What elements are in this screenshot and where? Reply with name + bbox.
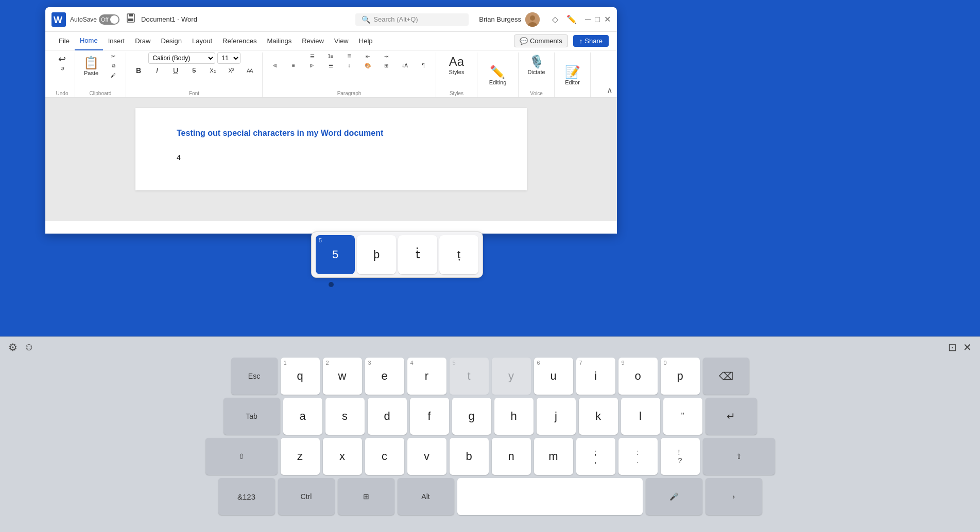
save-button[interactable]	[126, 13, 136, 26]
key-b[interactable]: b	[450, 438, 489, 475]
key-h[interactable]: h	[494, 398, 534, 435]
key-quote[interactable]: "	[663, 398, 702, 435]
undo-button[interactable]: ↩ ↺	[54, 52, 71, 73]
key-q[interactable]: 1q	[281, 358, 320, 395]
keyboard-resize-icon[interactable]: ⊡	[948, 341, 957, 353]
document-area[interactable]: Testing out special characters in my Wor…	[45, 98, 617, 221]
borders-button[interactable]: ⊞	[378, 62, 394, 69]
key-symbols[interactable]: &123	[218, 478, 275, 515]
menu-view[interactable]: View	[329, 32, 354, 50]
key-enter[interactable]: ↵	[706, 398, 757, 435]
line-spacing-button[interactable]: ↕	[341, 62, 357, 69]
menu-design[interactable]: Design	[156, 32, 187, 50]
menu-insert[interactable]: Insert	[103, 32, 130, 50]
key-v[interactable]: v	[407, 438, 446, 475]
key-p[interactable]: 0p	[661, 358, 700, 395]
decrease-indent-button[interactable]: ⇤	[359, 52, 376, 60]
underline-button[interactable]: U	[167, 65, 184, 76]
key-t[interactable]: 5t	[450, 358, 489, 395]
key-semicolon[interactable]: ;,	[576, 438, 615, 475]
key-u[interactable]: 6u	[534, 358, 573, 395]
key-arrow-right[interactable]: ›	[706, 478, 762, 515]
key-j[interactable]: j	[537, 398, 576, 435]
search-bar[interactable]: 🔍 Search (Alt+Q)	[355, 13, 469, 26]
editing-button[interactable]: ✏️ Editing	[485, 63, 511, 87]
justify-button[interactable]: ☰	[322, 62, 339, 69]
sort-button[interactable]: ↕A	[397, 62, 413, 69]
bold-button[interactable]: B	[130, 65, 147, 76]
popup-key-5[interactable]: 5 5	[316, 235, 355, 274]
key-e[interactable]: 3e	[365, 358, 404, 395]
keyboard-emoji-icon[interactable]: ☺	[24, 341, 34, 353]
multilevel-button[interactable]: ≣	[341, 52, 357, 60]
strikethrough-button[interactable]: S̶	[186, 66, 202, 75]
bullets-button[interactable]: ☰	[304, 52, 320, 60]
pen-icon[interactable]: ✏️	[566, 14, 577, 24]
key-c[interactable]: c	[365, 438, 404, 475]
key-esc[interactable]: Esc	[231, 358, 278, 395]
align-left-button[interactable]: ⫷	[267, 62, 283, 69]
autosave-toggle[interactable]: Off	[99, 14, 119, 25]
ribbon-collapse-button[interactable]: ∧	[607, 85, 613, 95]
cut-button[interactable]: ✂	[105, 52, 122, 60]
menu-mailings[interactable]: Mailings	[262, 32, 297, 50]
shading-button[interactable]: 🎨	[359, 62, 376, 69]
paste-button[interactable]: 📋 Paste	[79, 54, 103, 78]
key-o[interactable]: 9o	[618, 358, 658, 395]
key-backspace[interactable]: ⌫	[703, 358, 749, 395]
share-button[interactable]: ↑ Share	[573, 35, 609, 47]
popup-key-tcedilla[interactable]: ț	[439, 235, 478, 274]
format-painter-button[interactable]: 🖌	[105, 72, 122, 79]
key-space[interactable]	[457, 478, 643, 515]
popup-key-tdot[interactable]: ṫ	[398, 235, 437, 274]
key-l[interactable]: l	[621, 398, 660, 435]
italic-button[interactable]: I	[149, 65, 165, 76]
key-n[interactable]: n	[492, 438, 531, 475]
key-x[interactable]: x	[323, 438, 362, 475]
diamond-icon[interactable]: ◇	[552, 14, 558, 24]
key-tab[interactable]: Tab	[223, 398, 280, 435]
superscript-button[interactable]: X²	[223, 66, 239, 75]
dictate-button[interactable]: 🎙️ Dictate	[523, 52, 549, 77]
key-windows[interactable]: ⊞	[338, 478, 394, 515]
keyboard-settings-icon[interactable]: ⚙	[8, 341, 18, 353]
key-alt[interactable]: Alt	[398, 478, 454, 515]
menu-draw[interactable]: Draw	[130, 32, 156, 50]
popup-key-thorn[interactable]: þ	[357, 235, 396, 274]
font-size-select[interactable]: 11	[217, 52, 240, 64]
key-period[interactable]: :.	[618, 438, 658, 475]
comments-button[interactable]: 💬 Comments	[514, 34, 568, 47]
key-f[interactable]: f	[410, 398, 449, 435]
menu-file[interactable]: File	[54, 32, 75, 50]
editor-button[interactable]: 📝 Editor	[561, 63, 584, 87]
key-a[interactable]: a	[283, 398, 322, 435]
key-shift-left[interactable]: ⇧	[205, 438, 278, 475]
key-microphone[interactable]: 🎤	[646, 478, 702, 515]
subscript-button[interactable]: X₂	[204, 66, 221, 75]
menu-references[interactable]: References	[217, 32, 262, 50]
menu-help[interactable]: Help	[354, 32, 378, 50]
minimize-button[interactable]: ─	[585, 15, 591, 24]
align-right-button[interactable]: ⫸	[304, 62, 320, 69]
font-select[interactable]: Calibri (Body)	[148, 52, 215, 64]
key-exclaim[interactable]: !?	[661, 438, 700, 475]
pilcrow-button[interactable]: ¶	[415, 62, 432, 69]
numbering-button[interactable]: 1≡	[322, 52, 339, 60]
key-z[interactable]: z	[281, 438, 320, 475]
clear-format-button[interactable]: Ꜳ	[242, 67, 258, 75]
key-shift-right[interactable]: ⇧	[703, 438, 775, 475]
key-s[interactable]: s	[325, 398, 365, 435]
key-y[interactable]: y	[492, 358, 531, 395]
menu-review[interactable]: Review	[297, 32, 329, 50]
menu-home[interactable]: Home	[75, 32, 103, 50]
maximize-button[interactable]: □	[595, 15, 600, 24]
menu-layout[interactable]: Layout	[187, 32, 217, 50]
copy-button[interactable]: ⧉	[105, 62, 122, 70]
key-i[interactable]: 7i	[576, 358, 615, 395]
styles-button[interactable]: Aa Styles	[445, 52, 469, 77]
key-m[interactable]: m	[534, 438, 573, 475]
align-center-button[interactable]: ≡	[285, 62, 302, 69]
close-button[interactable]: ✕	[604, 14, 611, 24]
key-r[interactable]: 4r	[407, 358, 446, 395]
increase-indent-button[interactable]: ⇥	[378, 52, 394, 60]
